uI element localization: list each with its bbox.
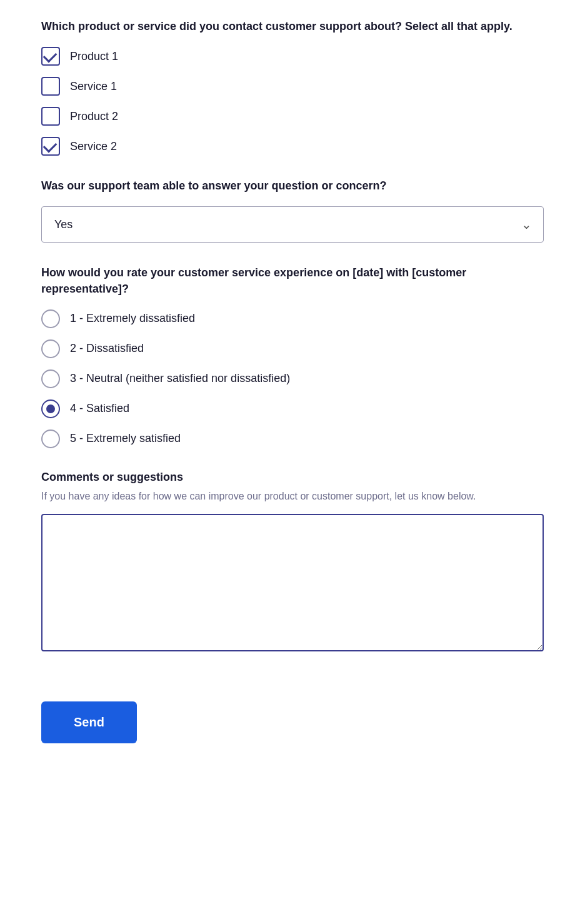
dropdown-wrapper: Yes No Partially ⌄ [41,206,544,243]
checkbox-item-product2[interactable]: Product 2 [41,107,544,126]
radio-circle-5[interactable] [41,429,60,448]
question3-label: How would you rate your customer service… [41,265,544,296]
checkbox-service2[interactable] [41,137,60,156]
checkbox-group: Product 1 Service 1 Product 2 Service 2 [41,47,544,156]
radio-item-3[interactable]: 3 - Neutral (neither satisfied nor dissa… [41,369,544,388]
checkbox-item-service1[interactable]: Service 1 [41,77,544,96]
checkbox-product1[interactable] [41,47,60,66]
radio-label-5: 5 - Extremely satisfied [70,432,181,445]
radio-circle-3[interactable] [41,369,60,388]
radio-group: 1 - Extremely dissatisfied 2 - Dissatisf… [41,309,544,448]
checkbox-label-service1: Service 1 [70,80,117,93]
comments-title: Comments or suggestions [41,471,544,484]
radio-item-1[interactable]: 1 - Extremely dissatisfied [41,309,544,328]
send-button[interactable]: Send [41,701,137,743]
radio-circle-1[interactable] [41,309,60,328]
radio-item-4[interactable]: 4 - Satisfied [41,399,544,418]
comments-textarea[interactable] [41,514,544,651]
radio-label-3: 3 - Neutral (neither satisfied nor dissa… [70,372,290,385]
question2-section: Was our support team able to answer your… [41,178,544,243]
checkbox-label-product2: Product 2 [70,110,118,123]
checkbox-product2[interactable] [41,107,60,126]
checkbox-label-service2: Service 2 [70,140,117,153]
question2-label: Was our support team able to answer your… [41,178,544,194]
support-answer-select[interactable]: Yes No Partially [42,207,543,242]
checkbox-item-service2[interactable]: Service 2 [41,137,544,156]
checkbox-item-product1[interactable]: Product 1 [41,47,544,66]
question1-section: Which product or service did you contact… [41,19,544,156]
radio-circle-2[interactable] [41,339,60,358]
question1-label: Which product or service did you contact… [41,19,544,34]
radio-circle-4[interactable] [41,399,60,418]
radio-label-1: 1 - Extremely dissatisfied [70,312,195,325]
radio-label-4: 4 - Satisfied [70,402,129,415]
radio-label-2: 2 - Dissatisfied [70,342,144,355]
radio-item-5[interactable]: 5 - Extremely satisfied [41,429,544,448]
question3-section: How would you rate your customer service… [41,265,544,448]
checkbox-label-product1: Product 1 [70,50,118,63]
comments-subtitle: If you have any ideas for how we can imp… [41,489,544,504]
radio-item-2[interactable]: 2 - Dissatisfied [41,339,544,358]
comments-section: Comments or suggestions If you have any … [41,471,544,654]
checkbox-service1[interactable] [41,77,60,96]
